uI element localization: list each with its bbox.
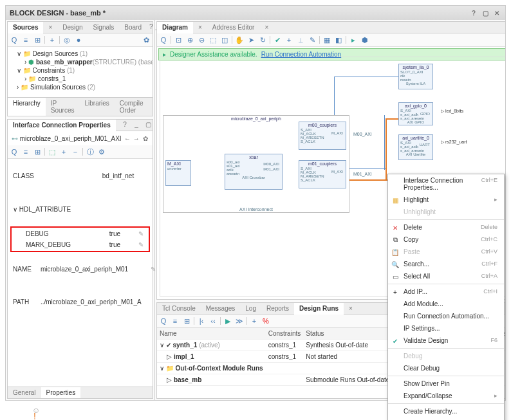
ctx-clear-debug[interactable]: Clear Debug (388, 362, 504, 374)
ip-axi-gpio[interactable]: axi_gpio_0 S_AXIs_axi_aclks_axi_aresetn … (398, 102, 433, 125)
ip-m01-couplers[interactable]: m01_couplers S_AXIM_ACLKM_ARESETNS_ACLK … (299, 160, 346, 188)
stop-icon[interactable]: ≫ (235, 316, 244, 325)
percent-icon[interactable]: % (261, 316, 270, 325)
zoom-full-icon[interactable]: ◫ (220, 35, 229, 44)
maximize-icon[interactable]: ▢ (481, 8, 490, 17)
btab-compileorder[interactable]: Compile Order (115, 98, 153, 116)
ctx-copy[interactable]: ⧉CopyCtrl+C (388, 233, 504, 246)
help-icon[interactable]: ? (469, 8, 478, 17)
ctx-show-driver-pin[interactable]: Show Driver Pin (388, 378, 504, 390)
ctx-ip-settings[interactable]: IP Settings... (388, 322, 504, 334)
circle-icon[interactable]: ◎ (62, 35, 71, 44)
group-icon[interactable]: ▦ (322, 35, 331, 44)
settings-icon[interactable]: ⚙ (97, 147, 106, 156)
validate-icon[interactable]: ✔ (273, 35, 282, 44)
next-icon[interactable]: → (133, 134, 140, 143)
zoom-fit-icon[interactable]: ⊡ (174, 35, 183, 44)
tab-address-editor[interactable]: Address Editor (207, 22, 260, 33)
hand-icon[interactable]: ✋ (235, 35, 244, 44)
search-icon[interactable]: Q (159, 35, 168, 44)
btab-ipsources[interactable]: IP Sources (46, 98, 80, 116)
tree-design-sources[interactable]: ∨ 📁 Design Sources (1) (10, 50, 150, 58)
close-tab-icon[interactable]: × (193, 22, 207, 33)
maximize-icon[interactable]: ▢ (144, 120, 153, 129)
prop-debug[interactable]: DEBUGtrue✎ (13, 229, 147, 239)
dot-icon[interactable]: ● (74, 35, 83, 44)
refresh-icon[interactable]: ↻ (258, 35, 267, 44)
tab-messages[interactable]: Messages (201, 303, 241, 314)
btab-properties[interactable]: Properties (41, 387, 81, 398)
btab-hierarchy[interactable]: Hierarchy (8, 98, 46, 116)
ctx-interface-connection-properties[interactable]: Interface Connection Properties...Ctrl+E (388, 174, 504, 194)
ctx-create-comment[interactable]: Create Comment (388, 417, 504, 420)
zoom-out-icon[interactable]: ⊖ (197, 35, 206, 44)
ctx-create-hierarchy[interactable]: Create Hierarchy... (388, 405, 504, 417)
pen-icon[interactable]: ✎ (308, 35, 317, 44)
ip-system-ila[interactable]: system_ila_0 SLOT_0_AXIclkresetn System … (398, 64, 433, 89)
btab-general[interactable]: General (8, 387, 41, 398)
expand-icon[interactable]: ≡ (21, 35, 30, 44)
zoom-area-icon[interactable]: ⬚ (209, 35, 218, 44)
close-tab-icon[interactable]: × (344, 303, 358, 314)
hier-icon[interactable]: ⬢ (360, 35, 369, 44)
search-icon[interactable]: Q (10, 35, 19, 44)
search-icon[interactable]: Q (10, 147, 19, 156)
tree-sim[interactable]: › 📁 Simulation Sources (2) (10, 83, 150, 91)
ctx-highlight[interactable]: ▦Highlight▸ (388, 194, 504, 206)
first-icon[interactable]: |‹ (197, 316, 206, 325)
help-icon[interactable]: ? (120, 120, 129, 129)
ctx-select-all[interactable]: ▭Select AllCtrl+A (388, 270, 504, 282)
add-ip-icon[interactable]: + (284, 35, 293, 44)
tab-log[interactable]: Log (240, 303, 261, 314)
gear-icon[interactable]: ✿ (142, 134, 149, 143)
tab-design[interactable]: Design (57, 22, 88, 33)
tab-board[interactable]: Board (119, 22, 147, 33)
remove-icon[interactable]: − (71, 147, 80, 156)
gear-icon[interactable]: ✿ (142, 35, 151, 44)
tab-reports[interactable]: Reports (261, 303, 294, 314)
collapse-icon[interactable]: ⊞ (182, 316, 191, 325)
zoom-in-icon[interactable]: ⊕ (185, 35, 194, 44)
add-icon[interactable]: + (48, 35, 57, 44)
expand-icon[interactable]: ≡ (171, 316, 180, 325)
tree-wrapper[interactable]: › ⬢ base_mb_wrapper(STRUCTURE) (base_mb_… (10, 58, 150, 66)
play-icon[interactable]: ▶ (223, 316, 232, 325)
tab-diagram[interactable]: Diagram (157, 22, 193, 33)
ctx-search[interactable]: 🔍Search...Ctrl+F (388, 258, 504, 270)
collapse-icon[interactable]: ⊞ (33, 147, 42, 156)
layout-icon[interactable]: ◧ (334, 35, 343, 44)
expand-icon[interactable]: ≡ (21, 147, 30, 156)
prop-mark-debug[interactable]: MARK_DEBUGtrue✎ (13, 240, 147, 250)
add-icon[interactable]: + (250, 316, 259, 325)
prev-icon[interactable]: ← (124, 134, 131, 143)
ctx-run-connection-automation[interactable]: Run Connection Automation... (388, 310, 504, 322)
ip-xbar[interactable]: xbar s00_axi s01_axi aclk aresetn M00_AX… (225, 154, 283, 190)
help-icon[interactable]: ? (149, 22, 153, 31)
tab-signals[interactable]: Signals (88, 22, 119, 33)
ctx-add-module[interactable]: Add Module... (388, 298, 504, 310)
ip-axi-uartlite[interactable]: axi_uartlite_0 S_AXIs_axi_aclks_axi_ares… (398, 134, 433, 160)
ctx-add-ip[interactable]: +Add IP...Ctrl+I (388, 286, 504, 298)
add-icon[interactable]: + (59, 147, 68, 156)
ip-m00-couplers[interactable]: m00_couplers S_AXIM_ACLKM_ARESETNS_ACLK … (299, 122, 346, 150)
arrow-icon[interactable]: ➤ (246, 35, 256, 44)
minimize-icon[interactable]: _ (132, 120, 141, 129)
prev-icon[interactable]: ‹‹ (209, 316, 218, 325)
collapse-icon[interactable]: ⊞ (33, 35, 42, 44)
ip-converter[interactable]: M_AXI onverter (165, 160, 191, 186)
tab-tcl[interactable]: Tcl Console (157, 303, 201, 314)
ctx-validate-design[interactable]: ✔Validate DesignF6 (388, 334, 504, 347)
info-icon[interactable]: ⓘ (86, 147, 95, 156)
highlight-icon[interactable]: ⬚ (48, 147, 57, 156)
tab-designs-runs[interactable]: Design Runs (294, 303, 344, 315)
tab-sources[interactable]: Sources (8, 22, 43, 33)
tree-constraints[interactable]: ∨ 📁 Constraints (1) (10, 66, 150, 75)
close-tab-icon[interactable]: × (259, 22, 274, 33)
tree-constrs1[interactable]: › 📁 constrs_1 (10, 75, 150, 83)
close-tab-icon[interactable]: × (43, 22, 57, 33)
ctx-expand-collapse[interactable]: Expand/Collapse▸ (388, 390, 504, 402)
conn-icon[interactable]: ⟂ (296, 35, 305, 44)
ctx-delete[interactable]: ✕DeleteDelete (388, 221, 504, 233)
close-icon[interactable]: ✕ (492, 8, 501, 17)
btab-libraries[interactable]: Libraries (79, 98, 114, 116)
